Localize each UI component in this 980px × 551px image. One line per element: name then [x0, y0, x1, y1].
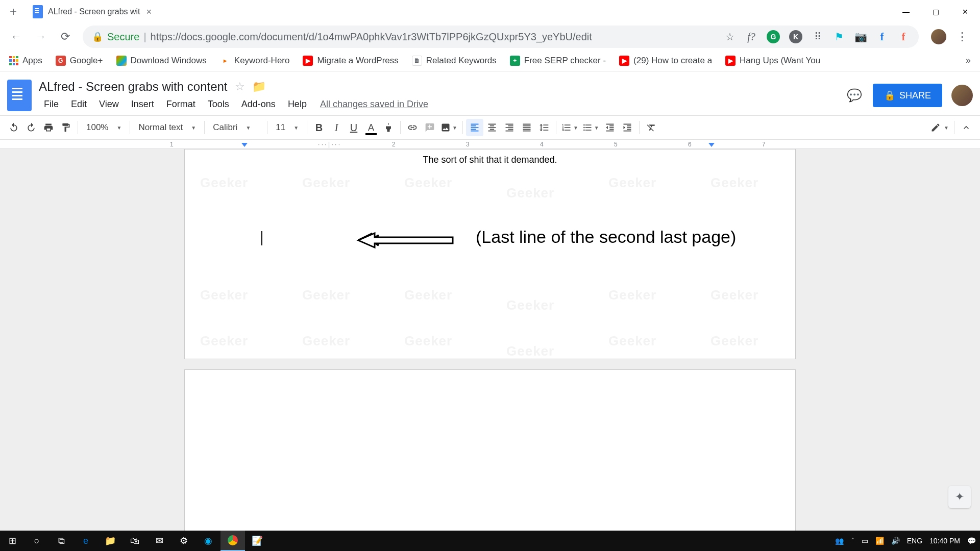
extension-flag-icon[interactable]: ⚑ — [833, 31, 845, 43]
mail-button[interactable]: ✉ — [147, 531, 172, 551]
store-button[interactable]: 🛍 — [122, 531, 147, 551]
align-justify-button[interactable] — [518, 119, 535, 136]
editing-mode-button[interactable]: ▼ — [928, 119, 951, 136]
font-select[interactable]: Calibri▼ — [208, 119, 264, 136]
menu-insert[interactable]: Insert — [126, 97, 159, 112]
bulleted-list-button[interactable]: ▼ — [580, 119, 601, 136]
menu-format[interactable]: Format — [161, 97, 201, 112]
extension-f-icon[interactable]: f — [897, 31, 910, 43]
share-button[interactable]: 🔒 SHARE — [873, 84, 942, 107]
bookmark-related-keywords[interactable]: 🗎Related Keywords — [412, 56, 497, 66]
facebook-icon[interactable]: f — [876, 31, 888, 43]
clear-formatting-button[interactable] — [643, 119, 660, 136]
insert-comment-button[interactable] — [421, 119, 438, 136]
horizontal-ruler[interactable]: 1 · · · | · · · 2 3 4 5 6 7 — [0, 140, 980, 149]
minimize-button[interactable]: — — [891, 2, 921, 22]
align-left-button[interactable] — [466, 119, 483, 136]
document-page[interactable] — [184, 369, 796, 533]
print-button[interactable] — [40, 119, 57, 136]
bookmark-google-plus[interactable]: GGoogle+ — [56, 56, 103, 66]
document-page[interactable]: Geeker Geeker Geeker Geeker Geeker Geeke… — [184, 149, 796, 359]
insert-image-button[interactable]: ▼ — [438, 119, 459, 136]
bookmark-how-to-create[interactable]: ▶(29) How to create a — [619, 56, 712, 66]
star-icon[interactable]: ☆ — [235, 80, 245, 93]
reload-button[interactable]: ⟳ — [55, 27, 76, 47]
bold-button[interactable]: B — [310, 119, 328, 136]
font-hint-icon[interactable]: f? — [745, 31, 757, 43]
camera-icon[interactable]: 📷 — [854, 31, 867, 43]
grammarly-icon[interactable]: G — [767, 30, 780, 43]
text-color-button[interactable]: A — [362, 119, 380, 136]
menu-view[interactable]: View — [94, 97, 124, 112]
start-button[interactable]: ⊞ — [0, 531, 24, 551]
extension-grid-icon[interactable]: ⠿ — [812, 31, 824, 43]
menu-tools[interactable]: Tools — [203, 97, 234, 112]
clock[interactable]: 10:40 PM — [929, 537, 960, 545]
bookmark-download-windows[interactable]: Download Windows — [116, 56, 207, 66]
explore-button[interactable]: ✦ — [948, 486, 971, 508]
people-icon[interactable]: 👥 — [835, 537, 844, 545]
chrome-profile-avatar[interactable] — [931, 29, 946, 44]
user-avatar[interactable] — [951, 85, 973, 106]
skype-button[interactable]: ◉ — [196, 531, 220, 551]
cortana-button[interactable]: ○ — [24, 531, 49, 551]
wifi-icon[interactable]: 📶 — [875, 537, 884, 545]
address-bar[interactable]: 🔒 Secure | https://docs.google.com/docum… — [83, 26, 919, 48]
bookmark-migrate-wordpress[interactable]: ▶Migrate a WordPress — [303, 56, 398, 66]
bookmark-hang-ups[interactable]: ▶Hang Ups (Want You — [725, 56, 820, 66]
left-indent-marker[interactable] — [241, 143, 248, 147]
extension-k-icon[interactable]: K — [789, 30, 802, 43]
comments-icon[interactable]: 💬 — [845, 86, 864, 105]
apps-shortcut[interactable]: Apps — [9, 56, 42, 66]
chrome-button[interactable] — [220, 531, 245, 551]
line-spacing-button[interactable] — [535, 119, 553, 136]
task-view-button[interactable]: ⧉ — [49, 531, 74, 551]
document-title[interactable]: ALfred - Screen grabs with content — [39, 80, 228, 94]
bookmark-star-icon[interactable]: ☆ — [724, 31, 736, 43]
notepad-button[interactable]: 📝 — [245, 531, 270, 551]
bookmarks-overflow-icon[interactable]: » — [966, 55, 971, 66]
increase-indent-button[interactable] — [619, 119, 636, 136]
numbered-list-button[interactable]: ▼ — [559, 119, 580, 136]
insert-link-button[interactable] — [404, 119, 421, 136]
undo-button[interactable] — [5, 119, 22, 136]
menu-help[interactable]: Help — [283, 97, 312, 112]
maximize-button[interactable]: ▢ — [921, 2, 950, 22]
align-right-button[interactable] — [501, 119, 518, 136]
new-tab-button[interactable]: + — [4, 3, 22, 21]
underline-button[interactable]: U — [345, 119, 362, 136]
zoom-select[interactable]: 100%▼ — [81, 119, 127, 136]
save-status[interactable]: All changes saved in Drive — [320, 99, 428, 110]
forward-button[interactable]: → — [31, 27, 51, 47]
docs-logo-icon[interactable] — [7, 80, 32, 111]
redo-button[interactable] — [22, 119, 40, 136]
italic-button[interactable]: I — [328, 119, 345, 136]
language-indicator[interactable]: ENG — [907, 537, 922, 545]
font-size-select[interactable]: 11▼ — [271, 119, 304, 136]
align-center-button[interactable] — [483, 119, 501, 136]
bookmark-keyword-hero[interactable]: ▸Keyword-Hero — [220, 56, 290, 66]
bookmark-serp-checker[interactable]: +Free SERP checker - — [510, 56, 606, 66]
chrome-menu-icon[interactable]: ⋮ — [957, 30, 968, 43]
menu-edit[interactable]: Edit — [66, 97, 92, 112]
tray-expand-icon[interactable]: ˄ — [851, 537, 854, 545]
menu-file[interactable]: File — [39, 97, 64, 112]
browser-tab[interactable]: ALfred - Screen grabs wit × — [27, 2, 158, 22]
back-button[interactable]: ← — [6, 27, 27, 47]
document-canvas[interactable]: Geeker Geeker Geeker Geeker Geeker Geeke… — [0, 149, 980, 533]
volume-icon[interactable]: 🔊 — [891, 537, 900, 545]
battery-icon[interactable]: ▭ — [862, 537, 868, 545]
paint-format-button[interactable] — [57, 119, 75, 136]
highlight-button[interactable] — [380, 119, 397, 136]
menu-addons[interactable]: Add-ons — [236, 97, 281, 112]
decrease-indent-button[interactable] — [601, 119, 619, 136]
edge-button[interactable]: e — [74, 531, 98, 551]
style-select[interactable]: Normal text▼ — [133, 119, 201, 136]
settings-button[interactable]: ⚙ — [172, 531, 196, 551]
collapse-toolbar-button[interactable] — [958, 119, 975, 136]
right-indent-marker[interactable] — [708, 143, 715, 147]
folder-icon[interactable]: 📁 — [252, 80, 266, 93]
file-explorer-button[interactable]: 📁 — [98, 531, 122, 551]
action-center-icon[interactable]: 💬 — [967, 537, 976, 545]
tab-close-icon[interactable]: × — [146, 7, 152, 17]
